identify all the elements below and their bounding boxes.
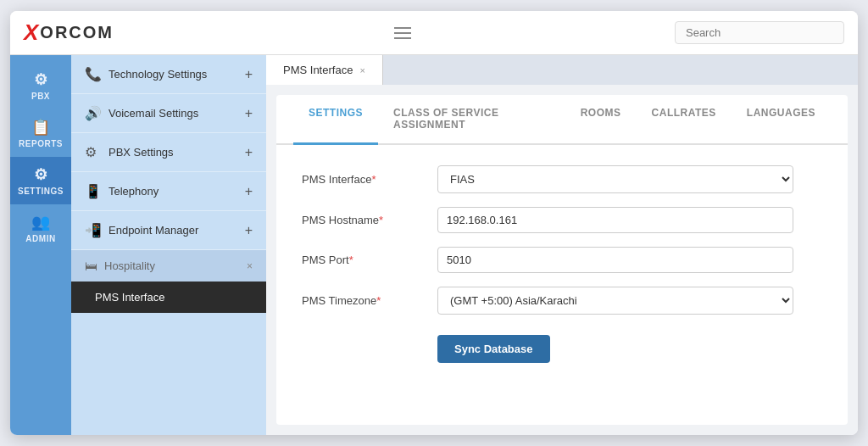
telephony-icon: 📱 [85,183,108,199]
form-row-pms-timezone: PMS Timezone* (GMT +5:00) Asia/Karachi (… [302,287,822,315]
required-marker-timezone: * [376,294,381,307]
search-input[interactable] [675,21,844,44]
pms-interface-select[interactable]: FIAS Opera Fidelio [437,165,793,193]
settings-tab-rooms[interactable]: ROOMS [565,95,637,145]
admin-icon: 👥 [31,213,51,231]
endpoint-icon: 📲 [85,222,108,238]
hospitality-section: 🛏 Hospitality × PMS Interface [71,250,266,313]
sidebar-label-admin: ADMIN [25,234,55,243]
top-bar: X ORCOM [10,11,858,55]
sync-database-button[interactable]: Sync Database [437,335,550,363]
hospitality-header[interactable]: 🛏 Hospitality × [71,250,266,282]
pms-interface-label: PMS Interface* [302,173,437,186]
settings-tab-bar: SETTINGS CLASS OF SERVICE ASSIGNMENT ROO… [276,95,848,145]
reports-icon: 📋 [31,118,51,137]
tab-bar: PMS Interface × [266,55,858,85]
pms-hostname-input[interactable] [437,207,793,233]
pms-hostname-label: PMS Hostname* [302,214,437,226]
voicemail-icon: 🔊 [85,105,108,121]
telephony-expand-icon: + [245,184,253,199]
pms-timezone-label: PMS Timezone* [302,294,437,307]
technology-icon: 📞 [85,66,108,82]
app-window: X ORCOM ⚙ PBX 📋 REPORTS ⚙ SETTINGS 👥 [10,11,858,435]
tab-label-pms-interface: PMS Interface [283,64,353,76]
form-row-pms-hostname: PMS Hostname* [302,207,822,233]
form-area: PMS Interface* FIAS Opera Fidelio PMS Ho… [276,145,848,397]
menu-label-technology: Technology Settings [108,68,245,81]
form-row-sync: Sync Database [302,328,822,363]
menu-label-endpoint: Endpoint Manager [108,224,245,237]
hospitality-icon: 🛏 [85,259,97,273]
menu-label-pbx-settings: PBX Settings [108,146,245,159]
form-row-pms-interface: PMS Interface* FIAS Opera Fidelio [302,165,822,193]
hamburger-button[interactable] [391,24,415,42]
pms-timezone-select[interactable]: (GMT +5:00) Asia/Karachi (GMT +0:00) UTC… [437,287,793,315]
secondary-sidebar: 📞 Technology Settings + 🔊 Voicemail Sett… [71,55,266,435]
required-marker: * [371,173,376,186]
menu-label-telephony: Telephony [108,185,245,198]
menu-label-voicemail: Voicemail Settings [108,107,245,120]
menu-item-endpoint[interactable]: 📲 Endpoint Manager + [71,211,266,250]
logo-text: ORCOM [40,23,114,42]
tab-close-icon[interactable]: × [359,65,364,75]
pbx-icon: ⚙ [34,70,48,89]
sidebar-label-reports: REPORTS [19,139,63,148]
technology-expand-icon: + [245,67,253,82]
pms-port-input[interactable] [437,247,793,273]
voicemail-expand-icon: + [245,106,253,121]
sidebar-item-settings[interactable]: ⚙ SETTINGS [10,157,71,204]
sidebar-item-pbx[interactable]: ⚙ PBX [10,62,71,109]
sidebar-label-pbx: PBX [31,92,50,101]
main-layout: ⚙ PBX 📋 REPORTS ⚙ SETTINGS 👥 ADMIN 📞 Tec… [10,55,858,435]
settings-tab-languages[interactable]: LANGUAGES [732,95,831,145]
tab-pms-interface[interactable]: PMS Interface × [266,55,383,85]
form-row-pms-port: PMS Port* [302,247,822,273]
menu-item-telephony[interactable]: 📱 Telephony + [71,172,266,211]
menu-item-voicemail[interactable]: 🔊 Voicemail Settings + [71,94,266,133]
sidebar: ⚙ PBX 📋 REPORTS ⚙ SETTINGS 👥 ADMIN [10,55,71,435]
hospitality-close-icon[interactable]: × [247,260,253,272]
settings-icon: ⚙ [34,165,48,184]
logo: X ORCOM [24,20,114,46]
logo-x: X [24,20,38,46]
menu-item-pbx-settings[interactable]: ⚙ PBX Settings + [71,133,266,172]
required-marker-hostname: * [379,214,383,226]
sub-item-pms-interface[interactable]: PMS Interface [71,282,266,313]
settings-tab-settings[interactable]: SETTINGS [293,95,378,145]
pbx-settings-icon: ⚙ [85,144,108,160]
hospitality-label: Hospitality [104,259,247,272]
pbx-settings-expand-icon: + [245,145,253,160]
sidebar-item-admin[interactable]: 👥 ADMIN [10,204,71,252]
required-marker-port: * [349,254,353,266]
sidebar-label-settings: SETTINGS [18,187,64,196]
pms-port-label: PMS Port* [302,254,437,266]
settings-panel: SETTINGS CLASS OF SERVICE ASSIGNMENT ROO… [276,95,848,425]
menu-item-technology[interactable]: 📞 Technology Settings + [71,55,266,94]
settings-tab-cos[interactable]: CLASS OF SERVICE ASSIGNMENT [378,95,565,145]
settings-tab-callrates[interactable]: CALLRATES [637,95,732,145]
sidebar-item-reports[interactable]: 📋 REPORTS [10,109,71,157]
content-area: PMS Interface × SETTINGS CLASS OF SERVIC… [266,55,858,435]
endpoint-expand-icon: + [245,223,253,238]
